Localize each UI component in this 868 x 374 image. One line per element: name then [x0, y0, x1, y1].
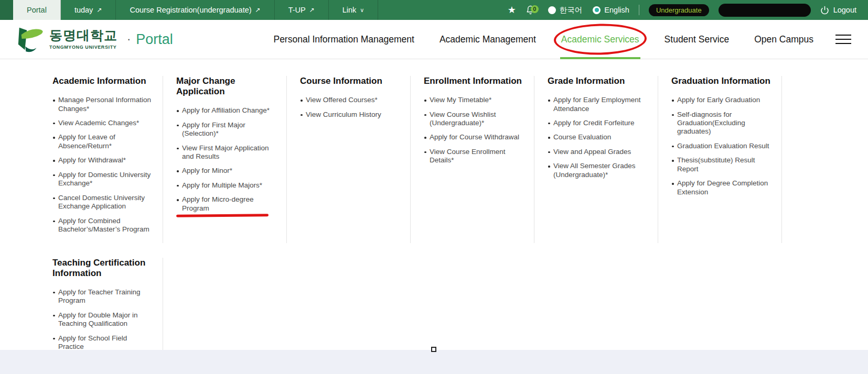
menu-item-manage-personal-information-changes[interactable]: Manage Personal Information Changes*	[52, 96, 154, 113]
megamenu-row-1: Academic InformationManage Personal Info…	[39, 59, 868, 243]
menu-item-apply-for-degree-completion-extension[interactable]: Apply for Degree Completion Extension	[671, 179, 773, 196]
nav-label: Open Campus	[754, 34, 813, 45]
menu-column-title: Enrollment Information	[424, 76, 526, 86]
menu-list: View My Timetable*View Course Wishlist (…	[424, 96, 526, 165]
tab-label: Course Registration(undergraduate)	[130, 6, 251, 14]
menu-item-view-course-enrollment-details[interactable]: View Course Enrollment Details*	[424, 148, 526, 165]
notification-bell[interactable]: 0	[526, 5, 535, 15]
menu-item-view-all-semester-grades-undergraduate[interactable]: View All Semester Grades (Undergraduate)…	[548, 162, 649, 179]
language-option-한국어[interactable]: 한국어	[548, 5, 583, 15]
external-link-icon: ↗	[97, 7, 102, 13]
menu-item-apply-for-early-graduation[interactable]: Apply for Early Graduation	[671, 96, 773, 104]
menu-item-view-academic-changes[interactable]: View Academic Changes*	[52, 119, 154, 127]
menu-column-graduation-information: Graduation InformationApply for Early Gr…	[658, 76, 782, 243]
menu-item-apply-for-minor[interactable]: Apply for Minor*	[176, 167, 278, 175]
menu-column-enrollment-information: Enrollment InformationView My Timetable*…	[411, 76, 534, 243]
tab-label: tuday	[74, 6, 93, 14]
menu-column-title: Teaching Certification Information	[52, 258, 154, 279]
topbar-tab-portal[interactable]: Portal	[13, 0, 61, 20]
menu-item-apply-for-affiliation-change[interactable]: Apply for Affiliation Change*	[176, 106, 278, 115]
menu-item-apply-for-first-major-selection[interactable]: Apply for First Major (Selection)*	[176, 121, 278, 138]
nav-label: Academic Services	[561, 34, 639, 45]
menu-item-course-evaluation[interactable]: Course Evaluation	[548, 133, 649, 141]
topbar-tab-tuday[interactable]: tuday↗	[61, 0, 116, 20]
menu-item-view-curriculum-history[interactable]: View Curriculum History	[300, 111, 402, 119]
university-name-english: TONGMYONG UNIVERSITY	[49, 45, 117, 50]
nav-item-personal-information-management[interactable]: Personal Information Management	[273, 20, 414, 59]
menu-item-apply-for-combined-bachelor-s-master-s-program[interactable]: Apply for Combined Bachelor’s/Master’s P…	[52, 217, 154, 234]
radio-icon	[548, 6, 556, 14]
megamenu-row-2: Teaching Certification InformationApply …	[39, 243, 868, 350]
menu-item-apply-for-domestic-university-exchange[interactable]: Apply for Domestic University Exchange*	[52, 171, 154, 188]
nav-item-academic-services[interactable]: Academic Services	[561, 20, 639, 59]
separator-dot: ·	[127, 32, 131, 46]
role-badge: Undergraduate	[649, 4, 709, 16]
logout-label: Logout	[833, 6, 856, 14]
menu-item-thesis-substitute-result-report[interactable]: Thesis(substitute) Result Report	[671, 156, 773, 173]
language-switcher: 한국어English	[548, 5, 629, 15]
menu-item-view-offered-courses[interactable]: View Offered Courses*	[300, 96, 402, 104]
academic-services-megamenu: Academic InformationManage Personal Info…	[0, 59, 868, 350]
tab-label: Portal	[27, 6, 47, 14]
logout-button[interactable]: Logout	[820, 6, 856, 15]
menu-item-apply-for-withdrawal[interactable]: Apply for Withdrawal*	[52, 156, 154, 164]
menu-item-self-diagnosis-for-graduation-excluding-graduates[interactable]: Self-diagnosis for Graduation(Excluding …	[671, 111, 773, 136]
menu-list: Apply for Teacher Training ProgramApply …	[52, 288, 154, 350]
menu-column-title: Major Change Application	[176, 76, 278, 97]
university-logo-icon	[16, 26, 44, 53]
menu-item-apply-for-school-field-practice[interactable]: Apply for School Field Practice	[52, 334, 154, 350]
menu-item-apply-for-micro-degree-program[interactable]: Apply for Micro-degree Program	[176, 195, 278, 213]
topbar-right: ★ 0 한국어English Undergraduate Logout	[508, 0, 868, 20]
menu-column-title: Course Information	[300, 76, 402, 86]
nav-item-academic-management[interactable]: Academic Management	[440, 20, 536, 59]
menu-item-apply-for-leave-of-absence-return[interactable]: Apply for Leave of Absence/Return*	[52, 133, 154, 150]
hamburger-menu-icon[interactable]	[835, 20, 851, 59]
redacted-username	[719, 4, 811, 17]
language-label: 한국어	[560, 5, 583, 15]
menu-item-view-my-timetable[interactable]: View My Timetable*	[424, 96, 526, 104]
language-option-english[interactable]: English	[593, 6, 629, 14]
portal-title: · Portal	[127, 31, 173, 48]
tab-label: T-UP	[288, 6, 306, 14]
menu-column-title: Academic Information	[52, 76, 154, 86]
topbar-tab-link[interactable]: Link∨	[329, 0, 379, 20]
brand-text: 동명대학교 TONGMYONG UNIVERSITY	[49, 29, 117, 50]
menu-item-view-course-wishlist-undergraduate[interactable]: View Course Wishlist (Undergraduate)*	[424, 111, 526, 128]
menu-column-grade-information: Grade InformationApply for Early Employm…	[534, 76, 658, 243]
active-tab-underline	[560, 57, 640, 59]
radio-icon	[593, 6, 601, 14]
menu-item-apply-for-credit-forfeiture[interactable]: Apply for Credit Forfeiture	[548, 119, 649, 127]
menu-column-teaching-certification-information: Teaching Certification InformationApply …	[39, 258, 163, 350]
university-name-korean: 동명대학교	[49, 29, 117, 42]
menu-item-apply-for-multiple-majors[interactable]: Apply for Multiple Majors*	[176, 181, 278, 190]
favorite-star-icon[interactable]: ★	[508, 5, 516, 15]
menu-item-graduation-evaluation-result[interactable]: Graduation Evaluation Result	[671, 142, 773, 150]
header: 동명대학교 TONGMYONG UNIVERSITY · Portal Pers…	[0, 20, 868, 59]
nav-item-student-service[interactable]: Student Service	[665, 20, 730, 59]
menu-item-apply-for-teacher-training-program[interactable]: Apply for Teacher Training Program	[52, 288, 154, 305]
chevron-down-icon: ∨	[360, 7, 364, 13]
portal-label: Portal	[136, 31, 173, 48]
menu-item-cancel-domestic-university-exchange-application[interactable]: Cancel Domestic University Exchange Appl…	[52, 194, 154, 211]
menu-item-apply-for-early-employment-attendance[interactable]: Apply for Early Employment Attendance	[548, 96, 649, 113]
menu-column-course-information: Course InformationView Offered Courses*V…	[287, 76, 411, 243]
menu-column-title: Graduation Information	[671, 76, 773, 86]
university-brand[interactable]: 동명대학교 TONGMYONG UNIVERSITY · Portal	[0, 20, 173, 59]
topbar-tab-t-up[interactable]: T-UP↗	[275, 0, 329, 20]
nav-item-open-campus[interactable]: Open Campus	[754, 20, 813, 59]
small-square-marker	[431, 347, 436, 352]
menu-list: Apply for Early GraduationSelf-diagnosis…	[671, 96, 773, 196]
menu-item-view-first-major-application-and-results[interactable]: View First Major Application and Results	[176, 144, 278, 161]
topbar-divider	[639, 5, 639, 15]
topbar-tabs: Portaltuday↗Course Registration(undergra…	[13, 0, 378, 20]
menu-item-apply-for-double-major-in-teaching-qualification[interactable]: Apply for Double Major in Teaching Quali…	[52, 311, 154, 328]
menu-list: Apply for Early Employment AttendanceApp…	[548, 96, 649, 179]
main-navigation: Personal Information ManagementAcademic …	[273, 20, 813, 59]
tab-label: Link	[342, 6, 357, 14]
menu-column-major-change-application: Major Change ApplicationApply for Affili…	[163, 76, 287, 243]
menu-column-academic-information: Academic InformationManage Personal Info…	[39, 76, 163, 243]
menu-item-apply-for-course-withdrawal[interactable]: Apply for Course Withdrawal	[424, 133, 526, 141]
menu-item-view-and-appeal-grades[interactable]: View and Appeal Grades	[548, 148, 649, 156]
topbar-tab-course-registration-undergraduate[interactable]: Course Registration(undergraduate)↗	[116, 0, 274, 20]
external-link-icon: ↗	[255, 7, 261, 13]
